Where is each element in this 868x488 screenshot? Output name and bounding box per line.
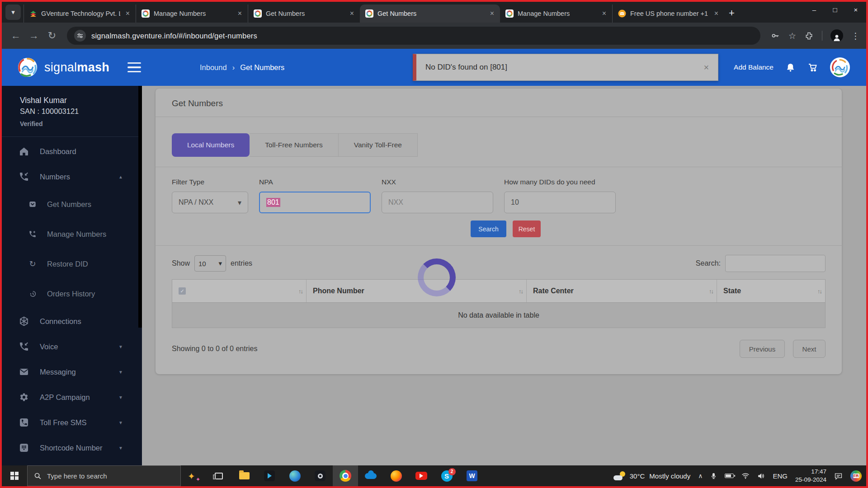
filter-type-select[interactable]: NPA / NXX ▾ <box>172 192 248 213</box>
previous-button[interactable]: Previous <box>740 340 785 358</box>
tab-local-numbers[interactable]: Local Numbers <box>172 133 250 157</box>
maximize-button[interactable]: □ <box>825 2 845 17</box>
search-button[interactable]: Search <box>471 221 506 237</box>
cart-icon[interactable] <box>807 62 818 73</box>
back-icon[interactable]: ← <box>8 30 24 42</box>
sidebar-item-messaging[interactable]: Messaging ▼ <box>2 359 142 385</box>
select-all-checkbox[interactable]: ✓ <box>179 287 186 295</box>
word-icon[interactable]: W <box>459 465 485 486</box>
close-icon[interactable]: × <box>236 9 243 18</box>
sidebar-item-a2p-campaign[interactable]: A2P Campaign ▼ <box>2 385 142 410</box>
start-button[interactable] <box>2 465 27 486</box>
sidebar-item-shortcode-number[interactable]: Shortcode Number ▼ <box>2 435 142 460</box>
minimize-button[interactable]: – <box>804 2 825 17</box>
skype-icon[interactable]: S2 <box>434 465 459 486</box>
add-balance-button[interactable]: Add Balance <box>734 63 774 71</box>
microphone-icon[interactable] <box>710 472 717 480</box>
sort-icon[interactable]: ↑↓ <box>709 288 713 295</box>
chrome-icon[interactable] <box>333 465 358 486</box>
close-icon[interactable]: × <box>489 9 495 18</box>
wifi-icon[interactable] <box>741 473 750 479</box>
column-phone-number[interactable]: Phone Number ↑↓ <box>306 280 526 302</box>
profile-avatar-icon[interactable] <box>830 29 843 42</box>
tab-vanity-toll-free[interactable]: Vanity Toll-Free <box>339 133 418 157</box>
browser-tab-gventure[interactable]: GVenture Technology Pvt. L × <box>24 5 136 23</box>
browser-tab-manage-numbers-2[interactable]: Manage Numbers × <box>500 5 612 23</box>
obs-icon[interactable] <box>307 465 333 486</box>
sidebar-item-connections[interactable]: Connections <box>2 309 142 334</box>
sidebar-scrollbar[interactable] <box>138 86 142 328</box>
onedrive-cloud-icon[interactable] <box>358 465 383 486</box>
file-explorer-icon[interactable] <box>231 465 257 486</box>
sidebar-item-voice[interactable]: Voice ▼ <box>2 334 142 359</box>
chevron-down-icon: ▾ <box>238 198 241 207</box>
volume-icon[interactable] <box>757 473 765 479</box>
table-search-input[interactable] <box>725 255 826 272</box>
menu-hamburger-icon[interactable] <box>127 62 141 73</box>
sort-icon[interactable]: ↑↓ <box>519 288 523 295</box>
sidebar-item-get-numbers[interactable]: Get Numbers <box>2 189 142 219</box>
youtube-icon[interactable] <box>409 465 434 486</box>
address-bar[interactable]: signalmash.gventure.info/#/inbound/get-n… <box>67 27 760 45</box>
close-icon[interactable]: × <box>349 9 355 18</box>
bookmark-star-icon[interactable]: ☆ <box>788 31 796 41</box>
edge-icon[interactable] <box>282 465 307 486</box>
column-state[interactable]: State ↑↓ <box>717 280 825 302</box>
sort-icon[interactable]: ↑↓ <box>817 288 821 295</box>
firefox-icon[interactable] <box>383 465 409 486</box>
breadcrumb-section[interactable]: Inbound <box>200 63 227 72</box>
account-avatar[interactable] <box>830 57 850 77</box>
tab-search-button[interactable]: ▾ <box>5 5 21 20</box>
page-size-select[interactable]: 10 ▾ <box>194 255 226 272</box>
task-view-icon[interactable] <box>206 465 231 486</box>
browser-tab-get-numbers-1[interactable]: Get Numbers × <box>248 5 360 23</box>
filter-row: Filter Type NPA / NXX ▾ NPA 801 NXX <box>156 167 842 213</box>
action-center-icon[interactable] <box>834 472 843 480</box>
tab-toll-free-numbers[interactable]: Toll-Free Numbers <box>250 133 338 157</box>
language-indicator[interactable]: ENG <box>773 472 788 480</box>
extensions-icon[interactable] <box>804 31 814 41</box>
passwords-key-icon[interactable] <box>770 31 780 41</box>
weather-widget[interactable]: 30°C Mostly cloudy <box>613 471 690 480</box>
battery-icon[interactable] <box>725 474 734 478</box>
copilot-sparkle-icon[interactable]: ✦✦ <box>181 465 206 486</box>
close-icon[interactable]: × <box>713 9 720 18</box>
close-icon[interactable]: × <box>124 9 131 18</box>
sidebar-item-manage-numbers[interactable]: Manage Numbers <box>2 219 142 249</box>
site-settings-icon[interactable] <box>74 30 86 42</box>
media-player-icon[interactable] <box>257 465 282 486</box>
reload-icon[interactable]: ↻ <box>44 30 60 42</box>
sidebar-item-numbers[interactable]: Numbers ▲ <box>2 164 142 189</box>
forward-icon[interactable]: → <box>26 30 42 42</box>
npa-value-selected: 801 <box>266 198 280 207</box>
new-tab-button[interactable]: + <box>729 7 735 19</box>
dids-input[interactable]: 10 <box>504 192 616 213</box>
close-icon[interactable]: × <box>601 9 608 18</box>
browser-tab-manage-numbers-1[interactable]: Manage Numbers × <box>136 5 248 23</box>
taskbar-search[interactable]: Type here to search <box>27 465 181 486</box>
sidebar-item-dashboard[interactable]: Dashboard <box>2 139 142 164</box>
sort-icon[interactable]: ↑↓ <box>298 288 302 295</box>
browser-tab-get-numbers-active[interactable]: Get Numbers × <box>360 5 500 23</box>
nxx-input[interactable]: NXX <box>382 192 493 213</box>
browser-menu-icon[interactable]: ⋮ <box>851 31 860 41</box>
sidebar-item-orders-history[interactable]: Orders History <box>2 279 142 309</box>
column-rate-center[interactable]: Rate Center ↑↓ <box>526 280 717 302</box>
filter-type-label: Filter Type <box>172 178 248 186</box>
taskbar-clock[interactable]: 17:47 25-09-2024 <box>795 468 826 483</box>
sidebar-item-restore-did[interactable]: ↻ Restore DID <box>2 249 142 279</box>
signalmash-icon <box>142 9 150 18</box>
next-button[interactable]: Next <box>793 340 826 358</box>
sidebar-item-toll-free-sms[interactable]: Toll Free SMS ▼ <box>2 410 142 435</box>
signalmash-icon <box>365 9 373 18</box>
reset-button[interactable]: Reset <box>513 221 541 237</box>
alert-close-icon[interactable]: × <box>703 62 709 73</box>
show-label: Show <box>172 259 190 267</box>
browser-tab-free-us-number[interactable]: Free US phone number +1 × <box>612 5 724 23</box>
recorder-icon[interactable]: FR <box>850 470 862 482</box>
brand[interactable]: signalmash <box>2 57 125 78</box>
npa-input[interactable]: 801 <box>259 192 371 213</box>
notifications-bell-icon[interactable] <box>785 62 796 73</box>
tray-chevron-up-icon[interactable]: ∧ <box>698 472 703 479</box>
close-window-button[interactable]: × <box>845 2 866 17</box>
